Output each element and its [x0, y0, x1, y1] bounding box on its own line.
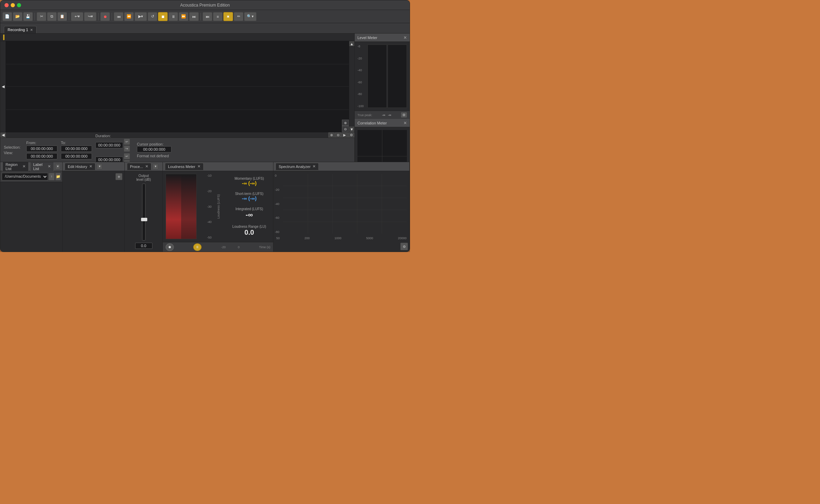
folder-browse-btn[interactable]: 📁	[55, 173, 61, 180]
level-meter-content: -8 -20 -40 -60 -80 -100	[355, 42, 410, 119]
zoom-in-vertical-btn[interactable]: ⊕	[342, 120, 349, 126]
pencil-button[interactable]: ✏	[234, 12, 243, 21]
go-start-button[interactable]: ⏮	[114, 12, 123, 21]
folder-up-btn[interactable]: ↑	[49, 173, 55, 180]
h-scroll-left-btn[interactable]: ◀	[0, 132, 6, 138]
tab-recording1[interactable]: Recording 1 ✕	[4, 26, 37, 33]
loudness-pause-btn[interactable]: ⏸	[193, 243, 202, 251]
open-button[interactable]: 📂	[13, 12, 22, 21]
spectrum-close-btn[interactable]: ✕	[313, 164, 316, 169]
cursor-group: Cursor position: Format not defined	[137, 142, 171, 158]
paste-button[interactable]: 📋	[57, 12, 67, 21]
y-0: 0	[275, 174, 279, 177]
add-btn[interactable]: +	[115, 173, 122, 180]
output-level-thumb[interactable]	[141, 218, 147, 221]
label-list-tab[interactable]: Label List ✕	[30, 162, 54, 172]
monitor-button[interactable]: ▣	[223, 12, 233, 21]
spectrum-tab[interactable]: Spectrum Analyzer ✕	[276, 163, 319, 170]
momentary-value: -∞ (-∞)	[228, 180, 270, 186]
rewind-button[interactable]: ⏪	[124, 12, 134, 21]
duration-undo-btn[interactable]: ↩	[124, 139, 130, 145]
zoom-fit-btn[interactable]: ▶	[342, 132, 348, 138]
edit-history-chevron[interactable]: ▼	[97, 164, 102, 169]
zoom-settings-btn[interactable]: ⚙	[348, 132, 354, 138]
lufs-scale-30: -30	[199, 205, 212, 208]
integrated-value: -∞	[228, 211, 270, 219]
level-settings-btn[interactable]: ⚙	[401, 112, 407, 118]
right-panels: Level Meter ✕ -8 -20 -40 -60 -80 -100	[354, 34, 410, 162]
multitrack-button[interactable]: ≡	[213, 12, 223, 21]
scroll-left-btn[interactable]: ◀	[0, 41, 6, 132]
level-bar-left	[367, 45, 387, 108]
loudness-reset-btn[interactable]: ⏺	[166, 243, 174, 251]
time-zero: 0	[238, 245, 240, 249]
zoom-button[interactable]: 🔍▾	[244, 12, 257, 21]
correlation-meter-title: Correlation Meter	[357, 121, 387, 125]
folder-selector[interactable]: /Users/mac/Documents	[2, 173, 48, 180]
go-end-button[interactable]: ⏭	[189, 12, 199, 21]
h-scroll-track[interactable]	[6, 132, 328, 138]
label-list-close-btn[interactable]: ✕	[48, 164, 51, 169]
bottom-area: Region List ✕ Label List ✕ ▼ /Users/mac/…	[0, 162, 410, 252]
edit-history-close-btn[interactable]: ✕	[89, 164, 92, 169]
cursor-position-field[interactable]	[137, 146, 171, 152]
loop-button[interactable]: ↺	[148, 12, 157, 21]
center-line-lower	[6, 110, 349, 110]
redo-button[interactable]: ↪▾	[84, 12, 96, 21]
ruler-bar	[0, 34, 354, 41]
tab-close-icon[interactable]: ✕	[30, 28, 33, 32]
track-lower[interactable]	[6, 87, 349, 132]
play-button[interactable]: ▶▾	[134, 12, 147, 21]
selection-to-field[interactable]	[61, 146, 92, 152]
zoom-in-btn[interactable]: ⊕	[328, 132, 335, 138]
region-list-close-btn[interactable]: ✕	[22, 164, 26, 169]
correlation-meter-close-btn[interactable]: ✕	[403, 121, 407, 125]
process-tab[interactable]: Proce... ✕	[127, 163, 151, 170]
fast-forward-button[interactable]: ⏩	[179, 12, 188, 21]
region-list-tab[interactable]: Region List ✕	[2, 162, 29, 172]
save-button[interactable]: 💾	[23, 12, 33, 21]
pause-button[interactable]: ⏸	[168, 12, 178, 21]
selection-duration-field[interactable]	[95, 142, 123, 148]
process-close-btn[interactable]: ✕	[145, 164, 148, 169]
edit-history-label: Edit History	[68, 165, 87, 169]
maximize-button[interactable]	[17, 3, 21, 7]
selection-from-field[interactable]	[26, 146, 57, 152]
toolbar-separator-4	[112, 13, 112, 20]
loudness-tab[interactable]: Loudness Meter ✕	[165, 163, 204, 170]
integrated-stat: Integrated (LUFS) -∞	[228, 207, 270, 219]
region-tab-chevron[interactable]: ▼	[55, 164, 60, 169]
loudness-close-btn[interactable]: ✕	[197, 164, 201, 169]
view-undo-btn[interactable]: ↩	[124, 153, 130, 159]
cut-button[interactable]: ✂	[37, 12, 46, 21]
duration-redo-btn[interactable]: ↪	[124, 146, 130, 152]
zoom-out-btn[interactable]: ⊖	[335, 132, 341, 138]
titlebar: Acoustica Premium Edition	[0, 0, 410, 10]
edit-history-tab[interactable]: Edit History ✕	[65, 163, 95, 170]
scroll-down-btn[interactable]: ▼	[349, 127, 354, 132]
process-chevron[interactable]: ▼	[153, 164, 158, 169]
record-button[interactable]: ⏺	[100, 12, 110, 21]
level-meter-close-btn[interactable]: ✕	[403, 35, 407, 40]
view-duration-field[interactable]	[95, 157, 123, 162]
new-button[interactable]: 📄	[2, 12, 12, 21]
level-bar-container	[367, 45, 407, 108]
scroll-up-btn[interactable]: ▲	[349, 41, 354, 47]
freq-50: 50	[276, 236, 280, 240]
spectrum-settings-btn[interactable]: ⚙	[400, 243, 408, 250]
zoom-out-vertical-btn[interactable]: ⊖	[342, 126, 349, 132]
loudness-panel: Loudness Meter ✕ -10	[163, 162, 273, 252]
skip-button[interactable]: ⏭	[203, 12, 212, 21]
view-from-field[interactable]	[26, 153, 57, 159]
track-upper[interactable]	[6, 41, 349, 87]
minimize-button[interactable]	[11, 3, 15, 7]
close-button[interactable]	[4, 3, 9, 7]
loudness-stats: Momentary (LUFS) -∞ (-∞) Short-term (LUF…	[225, 171, 273, 242]
undo-button[interactable]: ↩▾	[71, 12, 83, 21]
stop-button[interactable]: ⏹	[158, 12, 168, 21]
output-level-track[interactable]	[142, 184, 146, 241]
waveform-canvas[interactable]: ⊕ ⊖	[6, 41, 349, 132]
copy-button[interactable]: ⧉	[47, 12, 57, 21]
correlation-meter-header: Correlation Meter ✕	[355, 119, 410, 127]
view-to-field[interactable]	[61, 153, 92, 159]
